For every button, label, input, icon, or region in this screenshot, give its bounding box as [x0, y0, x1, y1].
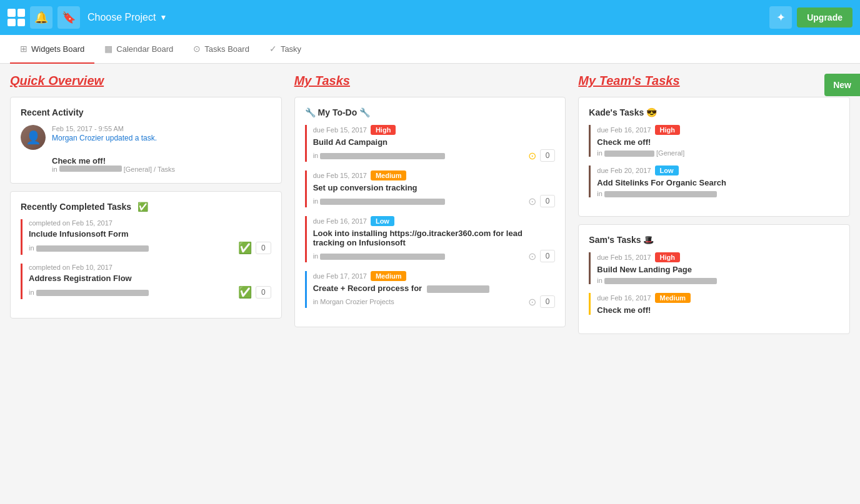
my-tasks-column: My Tasks 🔧 My To-Do 🔧 due Feb 15, 2017 H… — [294, 74, 566, 342]
complete-check-icon[interactable]: ✅ — [238, 241, 252, 255]
kade-task-1-due: due Feb 20, 2017 Low — [597, 166, 839, 175]
task-1-status: completed on Feb 10, 2017 — [29, 264, 271, 271]
quick-overview-title: Quick Overview — [10, 74, 282, 88]
recent-activity-title: Recent Activity — [21, 107, 271, 117]
check-circle-gray-icon-3[interactable]: ⊙ — [528, 296, 536, 308]
kade-task-1: due Feb 20, 2017 Low Add Sitelinks For O… — [589, 166, 839, 197]
sam-task-0-name: Build New Landing Page — [597, 265, 839, 274]
recently-completed-card: Recently Completed Tasks ✅ completed on … — [10, 191, 282, 319]
my-task-3-actions: ⊙ 0 — [528, 295, 556, 308]
my-task-2-actions: ⊙ 0 — [528, 250, 556, 262]
my-task-1: due Feb 15, 2017 Medium Set up conversio… — [305, 170, 556, 207]
completed-task-1: completed on Feb 10, 2017 Address Regist… — [21, 264, 271, 299]
my-task-3-count: 0 — [540, 295, 556, 308]
my-task-2-due: due Feb 16, 2017 Low — [313, 216, 556, 226]
task-1-name: Address Registration Flow — [29, 274, 271, 283]
task-1-count: 0 — [256, 286, 271, 299]
plus-icon: ✦ — [776, 11, 786, 24]
my-task-2-sub: in ⊙ 0 — [313, 250, 556, 262]
main-content: New Quick Overview Recent Activity 👤 Feb… — [0, 64, 860, 352]
kade-task-1-name: Add Sitelinks For Organic Search — [597, 178, 839, 187]
activity-link[interactable]: Morgan Crozier updated a task. — [52, 134, 157, 142]
my-task-3-priority: Medium — [371, 271, 407, 281]
my-task-3: due Feb 17, 2017 Medium Create + Record … — [305, 271, 556, 308]
sam-task-1-due: due Feb 16, 2017 Medium — [597, 293, 839, 303]
my-task-1-sub: in ⊙ 0 — [313, 195, 556, 207]
tab-calendar-label: Calendar Board — [116, 44, 173, 54]
activity-item: 👤 Feb 15, 2017 - 9:55 AM Morgan Crozier … — [21, 125, 271, 150]
my-task-1-count: 0 — [540, 195, 556, 207]
sam-task-1: due Feb 16, 2017 Medium Check me off! — [589, 293, 839, 315]
kades-tasks-name: Kade's Tasks 😎 — [589, 107, 839, 117]
tab-widgets-board[interactable]: ⊞ Widgets Board — [10, 35, 94, 64]
task-0-status: completed on Feb 15, 2017 — [29, 219, 271, 227]
notification-bell-button[interactable]: 🔔 — [30, 6, 52, 29]
location-suffix: [General] / Tasks — [124, 166, 175, 173]
recent-activity-card: Recent Activity 👤 Feb 15, 2017 - 9:55 AM… — [10, 97, 282, 184]
tab-calendar-board[interactable]: ▦ Calendar Board — [94, 35, 183, 64]
sam-task-0-due: due Feb 15, 2017 High — [597, 252, 839, 262]
completed-task-0: completed on Feb 15, 2017 Include Infusi… — [21, 219, 271, 255]
kade-task-0: due Feb 16, 2017 High Check me off! in [… — [589, 125, 839, 157]
my-task-0-count: 0 — [540, 149, 556, 162]
check-circle-icon[interactable]: ⊙ — [528, 150, 536, 162]
task-0-name: Include Infusionsoft Form — [29, 229, 271, 239]
blurred-project — [59, 166, 122, 172]
bookmark-button[interactable]: 🔖 — [58, 6, 80, 29]
check-circle-gray-icon-2[interactable]: ⊙ — [528, 250, 536, 262]
my-task-1-due: due Feb 15, 2017 Medium — [313, 170, 556, 180]
app-logo[interactable] — [8, 9, 25, 26]
tab-tasks-label: Tasks Board — [204, 44, 249, 54]
choose-project-dropdown[interactable]: Choose Project ▼ — [88, 12, 167, 23]
user-avatar: 👤 — [21, 125, 46, 150]
complete-check-icon-1[interactable]: ✅ — [238, 285, 252, 299]
task-0-count: 0 — [256, 242, 271, 254]
sam-task-0-priority: High — [655, 252, 680, 262]
tab-widgets-label: Widgets Board — [31, 44, 84, 54]
team-tasks-title: My Team's Tasks — [578, 74, 850, 88]
task-1-actions: ✅ 0 — [238, 285, 271, 299]
sam-task-1-name: Check me off! — [597, 305, 839, 315]
calendar-board-icon: ▦ — [104, 44, 112, 54]
my-task-1-priority: Medium — [371, 170, 407, 180]
my-task-0-actions: ⊙ 0 — [528, 149, 556, 162]
tab-tasky[interactable]: ✓ Tasky — [259, 35, 311, 64]
tasky-icon: ✓ — [269, 44, 277, 54]
sam-task-0-sub: in — [597, 277, 839, 284]
kades-tasks-card: Kade's Tasks 😎 due Feb 16, 2017 High Che… — [578, 97, 850, 217]
activity-task-name: Check me off! — [52, 156, 271, 166]
tasks-board-icon: ⊙ — [193, 44, 201, 54]
my-task-0-sub: in ⊙ 0 — [313, 149, 556, 162]
sam-task-0: due Feb 15, 2017 High Build New Landing … — [589, 252, 839, 284]
project-label: Choose Project — [88, 12, 156, 23]
my-todo-card: 🔧 My To-Do 🔧 due Feb 15, 2017 High Build… — [294, 97, 566, 327]
sams-tasks-card: Sam's Tasks 🎩 due Feb 15, 2017 High Buil… — [578, 224, 850, 334]
my-task-2-count: 0 — [540, 250, 556, 262]
sams-tasks-name: Sam's Tasks 🎩 — [589, 235, 839, 245]
task-0-sub: in ✅ 0 — [29, 241, 271, 255]
my-task-0-name: Build Ad Campaign — [313, 137, 556, 147]
kade-task-0-due: due Feb 16, 2017 High — [597, 125, 839, 135]
add-new-button[interactable]: ✦ — [769, 6, 792, 29]
task-0-actions: ✅ 0 — [238, 241, 271, 255]
header-right: ✦ Upgrade — [769, 6, 852, 29]
my-task-3-name: Create + Record process for — [313, 284, 556, 293]
my-tasks-title: My Tasks — [294, 74, 566, 88]
upgrade-button[interactable]: Upgrade — [797, 7, 852, 27]
widgets-board-icon: ⊞ — [20, 44, 28, 54]
my-task-3-due: due Feb 17, 2017 Medium — [313, 271, 556, 281]
checkmark-emoji: ✅ — [138, 202, 148, 212]
task-1-sub: in ✅ 0 — [29, 285, 271, 299]
team-tasks-column: My Team's Tasks Kade's Tasks 😎 due Feb 1… — [578, 74, 850, 342]
activity-task-ref: Check me off! in [General] / Tasks — [21, 156, 271, 173]
my-task-0-due: due Feb 15, 2017 High — [313, 125, 556, 135]
kade-task-1-priority: Low — [655, 166, 679, 175]
check-circle-gray-icon[interactable]: ⊙ — [528, 195, 536, 207]
in-label: in — [52, 166, 59, 173]
tab-tasks-board[interactable]: ⊙ Tasks Board — [183, 35, 259, 64]
tab-tasky-label: Tasky — [281, 44, 301, 54]
kade-task-0-sub: in [General] — [597, 149, 839, 157]
activity-date: Feb 15, 2017 - 9:55 AM — [52, 125, 157, 132]
kade-task-0-priority: High — [655, 125, 680, 135]
activity-task-location: in [General] / Tasks — [52, 166, 271, 173]
